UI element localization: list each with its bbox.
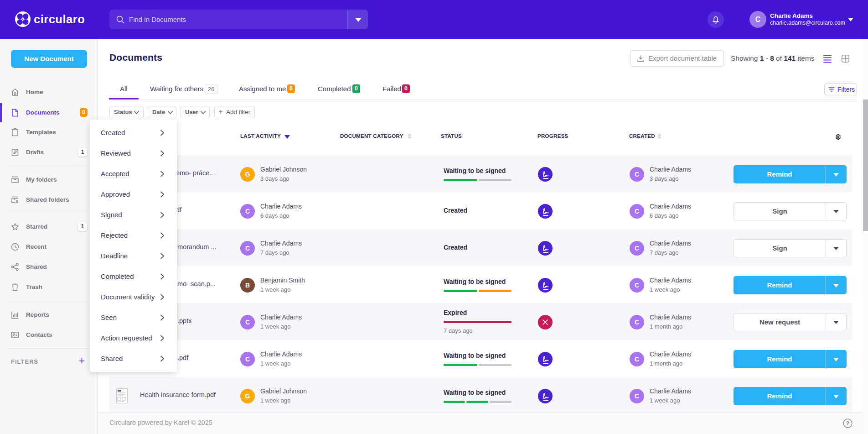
svg-text:?: ?: [846, 420, 850, 427]
